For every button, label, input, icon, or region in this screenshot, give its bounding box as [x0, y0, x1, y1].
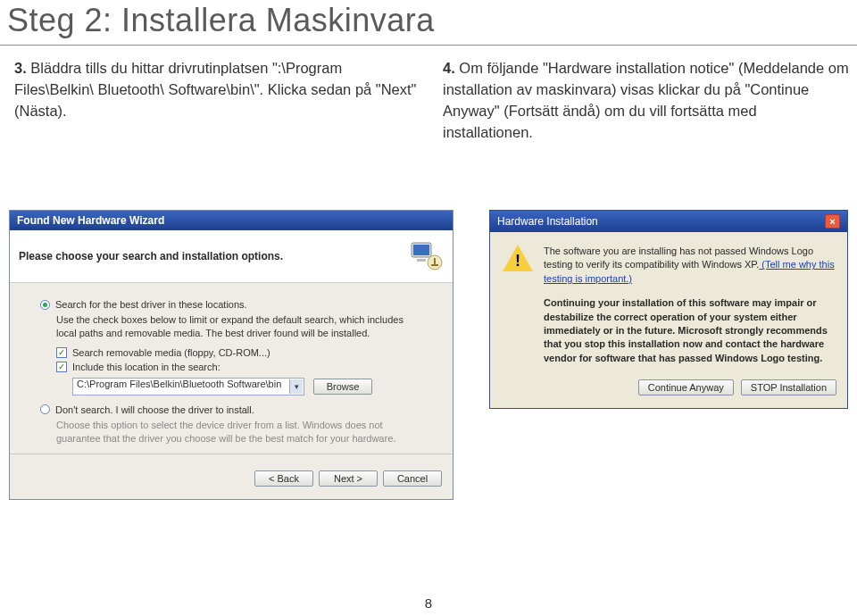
- checkbox-include-label: Include this location in the search:: [72, 362, 220, 372]
- warning-icon: [503, 245, 533, 365]
- wizard-footer: < Back Next > Cancel: [10, 462, 453, 499]
- checkbox-icon: [56, 362, 67, 372]
- browse-button[interactable]: Browse: [313, 379, 372, 395]
- radio-icon: [40, 300, 50, 310]
- checkbox-removable-media[interactable]: Search removable media (floppy, CD-ROM..…: [56, 347, 422, 358]
- svg-rect-1: [413, 245, 429, 255]
- step-3-number: 3.: [14, 60, 27, 76]
- warning-footer: Continue Anyway STOP Installation: [490, 370, 847, 408]
- warning-text: The software you are installing has not …: [544, 245, 835, 365]
- continue-anyway-button[interactable]: Continue Anyway: [638, 379, 734, 395]
- step-4-body: Om följande "Hardware installation notic…: [443, 60, 849, 140]
- back-button[interactable]: < Back: [254, 470, 313, 487]
- title-rule: [0, 45, 857, 46]
- cancel-button[interactable]: Cancel: [383, 470, 442, 487]
- stop-installation-button[interactable]: STOP Installation: [741, 379, 836, 395]
- step-3-text: 3. Bläddra tills du hittar drivrutinplat…: [14, 58, 421, 144]
- step-4-text: 4. Om följande "Hardware installation no…: [443, 58, 850, 144]
- radio-search-best[interactable]: Search for the best driver in these loca…: [40, 299, 422, 310]
- hardware-installation-dialog: Hardware Installation × The software you…: [489, 210, 848, 409]
- dont-search-description: Choose this option to select the device …: [56, 419, 422, 445]
- checkbox-icon: [56, 347, 67, 358]
- wizard-header: Please choose your search and installati…: [10, 230, 453, 283]
- warning-titlebar: Hardware Installation ×: [490, 211, 847, 232]
- svg-rect-4: [434, 258, 436, 264]
- path-row: C:\Program Files\Belkin\Bluetooth Softwa…: [72, 378, 422, 395]
- close-icon[interactable]: ×: [825, 214, 840, 229]
- dropdown-icon[interactable]: ▾: [289, 379, 303, 394]
- radio-dont-search-label: Don't search. I will choose the driver t…: [55, 404, 254, 415]
- found-new-hardware-wizard-dialog: Found New Hardware Wizard Please choose …: [9, 210, 453, 500]
- radio-search-best-label: Search for the best driver in these loca…: [55, 299, 247, 310]
- step-3-body: Bläddra tills du hittar drivrutinplatsen…: [14, 60, 416, 119]
- checkbox-removable-label: Search removable media (floppy, CD-ROM..…: [72, 347, 270, 358]
- radio-dont-search[interactable]: Don't search. I will choose the driver t…: [40, 404, 422, 415]
- warning-bold-text: Continuing your installation of this sof…: [544, 296, 835, 365]
- wizard-header-text: Please choose your search and installati…: [19, 250, 283, 262]
- wizard-header-icon: [408, 237, 444, 275]
- wizard-separator: [10, 454, 453, 454]
- radio-icon: [40, 404, 50, 414]
- step-4-number: 4.: [443, 60, 455, 76]
- page-number: 8: [0, 595, 857, 611]
- next-button[interactable]: Next >: [319, 470, 378, 487]
- warning-title-text: Hardware Installation: [497, 215, 598, 228]
- wizard-body: Search for the best driver in these loca…: [10, 283, 453, 462]
- warning-body: The software you are installing has not …: [490, 232, 847, 370]
- wizard-titlebar: Found New Hardware Wizard: [10, 211, 453, 230]
- warning-line1a: The software you are installing: [544, 246, 679, 256]
- svg-rect-2: [417, 259, 426, 262]
- search-best-description: Use the check boxes below to limit or ex…: [56, 313, 422, 340]
- driver-path-value: C:\Program Files\Belkin\Bluetooth Softwa…: [77, 379, 281, 389]
- checkbox-include-location[interactable]: Include this location in the search:: [56, 362, 422, 372]
- instruction-columns: 3. Bläddra tills du hittar drivrutinplat…: [0, 58, 857, 144]
- driver-path-input[interactable]: C:\Program Files\Belkin\Bluetooth Softwa…: [72, 378, 304, 395]
- page-title: Steg 2: Installera Maskinvara: [0, 0, 857, 45]
- svg-rect-5: [431, 264, 438, 266]
